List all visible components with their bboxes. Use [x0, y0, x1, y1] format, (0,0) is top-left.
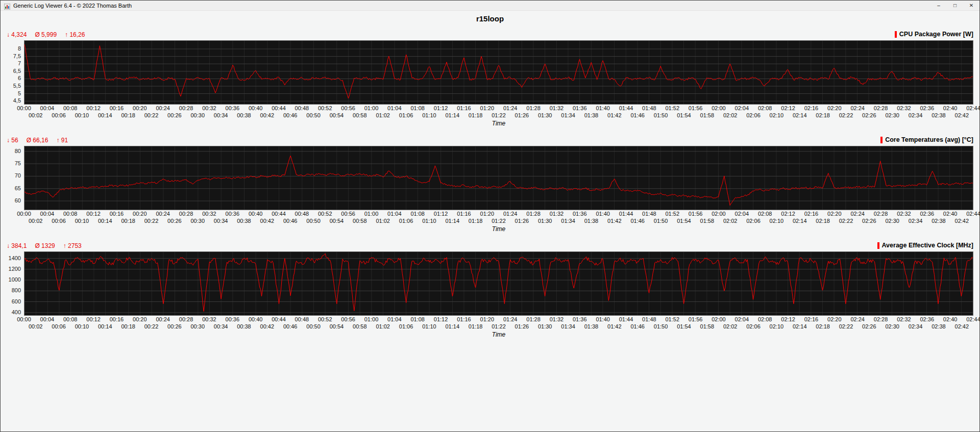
x-tick-label: 01:52: [665, 316, 679, 323]
x-tick-label: 02:02: [723, 112, 738, 119]
x-tick-label: 02:32: [897, 105, 911, 112]
time-axis-label: Time: [24, 225, 973, 233]
x-tick-label: 00:16: [110, 105, 124, 112]
x-tick-label: 00:34: [214, 323, 228, 330]
x-tick-label: 00:52: [318, 316, 332, 323]
x-tick-label: 01:46: [630, 218, 645, 224]
close-button[interactable]: ✕: [963, 1, 979, 10]
x-tick-label: 00:46: [283, 323, 298, 330]
x-tick-label: 01:58: [700, 218, 715, 224]
x-tick-label: 02:28: [874, 316, 888, 323]
chart-stats: ↓ 384,1Ø 1329↑ 2753: [7, 241, 90, 250]
x-tick-label: 01:14: [446, 218, 460, 224]
x-tick-label: 02:06: [746, 112, 761, 119]
chart-legend: CPU Package Power [W]: [895, 31, 973, 38]
x-tick-label: 00:28: [179, 105, 193, 112]
x-tick-label: 00:00: [17, 211, 31, 217]
x-tick-label: 01:50: [654, 218, 668, 224]
chart-panel-3: ↓ 384,1Ø 1329↑ 2753Average Effective Clo…: [7, 239, 973, 339]
y-tick-label: 5,5: [13, 82, 21, 89]
x-tick-label: 00:22: [144, 112, 159, 119]
x-tick-label: 01:52: [665, 211, 679, 217]
x-tick-label: 00:20: [133, 316, 147, 323]
x-tick-label: 02:28: [874, 211, 888, 217]
x-tick-label: 02:40: [943, 105, 958, 112]
x-tick-label: 02:44: [966, 211, 980, 217]
x-tick-label: 02:14: [793, 112, 807, 119]
legend-color-icon: [877, 242, 879, 249]
x-tick-label: 00:46: [283, 218, 298, 224]
x-tick-label: 02:38: [932, 218, 946, 224]
x-tick-label: 02:42: [955, 112, 969, 119]
x-tick-label: 00:42: [260, 112, 275, 119]
x-tick-label: 01:38: [584, 323, 599, 330]
x-tick-label: 00:02: [29, 323, 43, 330]
x-tick-label: 02:36: [920, 105, 935, 112]
chart-stats: ↓ 4,324Ø 5,999↑ 16,26: [7, 30, 93, 39]
x-tick-label: 00:32: [202, 105, 216, 112]
time-axis-label: Time: [24, 120, 973, 128]
x-tick-label: 01:44: [619, 316, 633, 323]
x-tick-label: 02:32: [897, 316, 911, 323]
x-tick-label: 00:32: [202, 316, 216, 323]
x-tick-label: 00:12: [86, 211, 101, 217]
x-tick-label: 01:20: [480, 316, 495, 323]
x-tick-label: 02:20: [827, 211, 842, 217]
x-tick-label: 01:12: [434, 211, 448, 217]
x-tick-label: 00:40: [249, 105, 263, 112]
x-tick-label: 00:34: [214, 218, 228, 224]
page-title: r15loop: [1, 11, 979, 26]
y-axis-labels: 87,576,565,554,5: [7, 40, 24, 105]
y-tick-label: 600: [12, 298, 21, 305]
y-tick-label: 6,5: [13, 67, 21, 74]
x-tick-label: 00:36: [226, 211, 240, 217]
x-tick-label: 02:44: [966, 105, 980, 112]
x-tick-label: 00:08: [63, 105, 78, 112]
plot-area-1[interactable]: [24, 40, 973, 105]
x-tick-label: 01:00: [364, 316, 379, 323]
title-bar[interactable]: Generic Log Viewer 6.4 - © 2022 Thomas B…: [1, 1, 979, 11]
x-tick-label: 00:52: [318, 211, 332, 217]
x-tick-label: 00:30: [190, 112, 205, 119]
x-tick-label: 00:00: [17, 105, 31, 112]
plot-area-2[interactable]: [24, 146, 973, 210]
stat-max: ↑ 2753: [63, 242, 82, 249]
x-tick-label: 00:10: [75, 112, 89, 119]
plot-area-3[interactable]: [24, 251, 973, 316]
x-tick-label: 01:44: [619, 211, 633, 217]
y-tick-label: 1400: [9, 255, 21, 262]
x-tick-label: 00:08: [63, 316, 78, 323]
x-tick-label: 02:12: [781, 211, 795, 217]
x-tick-label: 02:20: [827, 105, 842, 112]
x-tick-label: 01:30: [538, 323, 552, 330]
x-tick-label: 01:02: [376, 112, 390, 119]
x-tick-label: 01:54: [677, 112, 691, 119]
y-tick-label: 75: [15, 160, 21, 167]
x-tick-label: 00:04: [40, 316, 55, 323]
x-tick-label: 02:34: [909, 112, 923, 119]
maximize-button[interactable]: □: [947, 1, 963, 10]
x-tick-label: 02:10: [770, 218, 784, 224]
x-tick-label: 01:24: [503, 105, 518, 112]
x-tick-label: 00:58: [353, 112, 367, 119]
x-tick-label: 00:50: [306, 323, 321, 330]
x-tick-label: 02:10: [770, 112, 784, 119]
x-tick-label: 01:08: [410, 316, 425, 323]
x-tick-label: 02:12: [781, 105, 795, 112]
x-tick-label: 00:14: [98, 323, 112, 330]
x-tick-label: 02:12: [781, 316, 795, 323]
x-tick-label: 01:18: [469, 218, 483, 224]
x-tick-label: 00:28: [179, 316, 193, 323]
x-tick-label: 00:30: [190, 218, 205, 224]
x-tick-label: 00:22: [144, 218, 159, 224]
x-tick-label: 02:04: [735, 105, 749, 112]
x-tick-label: 00:38: [237, 218, 251, 224]
minimize-button[interactable]: –: [930, 1, 947, 10]
x-tick-label: 00:12: [86, 316, 101, 323]
x-tick-label: 00:18: [121, 112, 135, 119]
x-tick-label: 01:30: [538, 112, 552, 119]
x-tick-label: 02:26: [862, 218, 876, 224]
x-tick-label: 01:26: [515, 218, 529, 224]
x-tick-label: 02:08: [758, 316, 772, 323]
x-tick-label: 01:20: [480, 105, 495, 112]
